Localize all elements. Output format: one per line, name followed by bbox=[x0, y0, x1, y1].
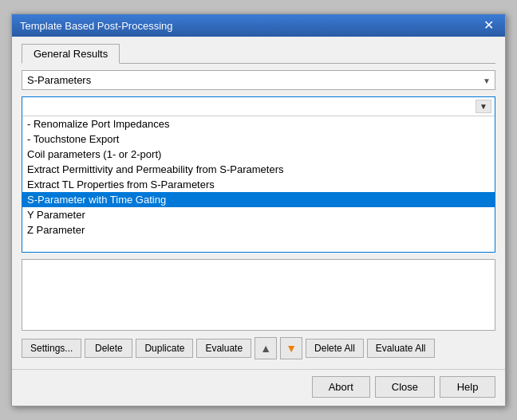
list-item-selected[interactable]: S-Parameter with Time Gating bbox=[22, 192, 495, 207]
move-down-button[interactable]: ▼ bbox=[280, 337, 302, 359]
list-item[interactable]: - Renomalize Port Impedances bbox=[22, 116, 495, 131]
dropdown-top-row: ▼ bbox=[22, 97, 495, 116]
tab-bar: General Results bbox=[22, 43, 495, 64]
s-parameters-select-wrapper: S-Parameters Y-Parameters Z-Parameters bbox=[22, 70, 495, 90]
evaluate-all-button[interactable]: Evaluate All bbox=[367, 339, 435, 358]
duplicate-button[interactable]: Duplicate bbox=[136, 339, 193, 358]
close-title-button[interactable]: ✕ bbox=[480, 19, 497, 32]
help-button[interactable]: Help bbox=[440, 376, 495, 398]
content-area bbox=[22, 259, 495, 331]
abort-button[interactable]: Abort bbox=[312, 376, 370, 398]
dropdown-chevron-icon[interactable]: ▼ bbox=[476, 100, 491, 113]
down-arrow-icon: ▼ bbox=[286, 342, 297, 355]
dialog-body: General Results S-Parameters Y-Parameter… bbox=[12, 37, 505, 369]
delete-all-button[interactable]: Delete All bbox=[306, 339, 364, 358]
dropdown-open-area: ▼ - Renomalize Port Impedances - Touchst… bbox=[22, 96, 495, 253]
list-item[interactable]: Y Parameter bbox=[22, 207, 495, 222]
evaluate-button[interactable]: Evaluate bbox=[196, 339, 251, 358]
s-parameters-select[interactable]: S-Parameters Y-Parameters Z-Parameters bbox=[22, 70, 495, 90]
close-button[interactable]: Close bbox=[375, 376, 435, 398]
dropdown-text-input[interactable] bbox=[26, 100, 476, 112]
delete-button[interactable]: Delete bbox=[85, 339, 132, 358]
list-item[interactable]: Coil parameters (1- or 2-port) bbox=[22, 147, 495, 162]
settings-button[interactable]: Settings... bbox=[22, 339, 81, 358]
list-item[interactable]: - Touchstone Export bbox=[22, 131, 495, 147]
move-up-button[interactable]: ▲ bbox=[255, 337, 277, 359]
list-item[interactable]: Extract Permittivity and Permeability fr… bbox=[22, 162, 495, 177]
title-bar: Template Based Post-Processing ✕ bbox=[12, 14, 505, 37]
toolbar-row: Settings... Delete Duplicate Evaluate ▲ … bbox=[22, 337, 495, 359]
bottom-buttons-row: Abort Close Help bbox=[12, 369, 505, 406]
tab-general-results[interactable]: General Results bbox=[22, 44, 120, 64]
template-dialog: Template Based Post-Processing ✕ General… bbox=[11, 14, 506, 406]
list-item[interactable]: Extract TL Properties from S-Parameters bbox=[22, 177, 495, 192]
list-item[interactable]: Z Parameter bbox=[22, 222, 495, 237]
title-bar-buttons: ✕ bbox=[480, 19, 497, 32]
up-arrow-icon: ▲ bbox=[260, 342, 271, 355]
operations-list: - Renomalize Port Impedances - Touchston… bbox=[22, 116, 495, 252]
top-section: S-Parameters Y-Parameters Z-Parameters bbox=[22, 70, 495, 90]
dialog-title: Template Based Post-Processing bbox=[20, 20, 172, 32]
